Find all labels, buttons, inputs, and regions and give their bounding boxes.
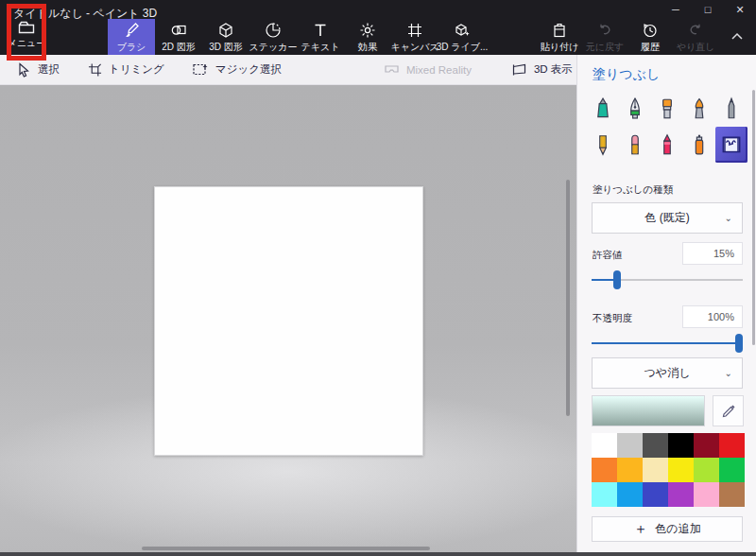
- redo-icon: [687, 22, 704, 39]
- select-cursor-icon: [17, 62, 31, 78]
- fill-panel: 塗りつぶし: [576, 55, 756, 552]
- tool-grid: [587, 91, 747, 163]
- maximize-button[interactable]: □: [692, 0, 724, 19]
- palette-swatch[interactable]: [617, 482, 643, 507]
- palette-swatch[interactable]: [592, 433, 617, 458]
- tolerance-slider-handle[interactable]: [613, 270, 621, 289]
- window-controls: ─ □ ✕: [660, 0, 756, 19]
- tab-brush[interactable]: ブラシ: [108, 19, 155, 55]
- palette-swatch[interactable]: [719, 458, 745, 482]
- tab-3d-library[interactable]: 3D ライブ...: [438, 19, 486, 55]
- tool-eraser[interactable]: [619, 127, 651, 163]
- eyedropper-button[interactable]: [713, 395, 744, 426]
- 3d-library-icon: [454, 22, 471, 39]
- palette-swatch[interactable]: [617, 433, 643, 458]
- ribbon-actions: 貼り付け 元に戻す 履歴 やり直し: [537, 19, 718, 55]
- tool-crayon[interactable]: [651, 127, 683, 163]
- select-tool-button[interactable]: 選択: [17, 62, 60, 78]
- palette-swatch[interactable]: [643, 433, 668, 458]
- tolerance-slider[interactable]: [592, 270, 743, 289]
- tab-stickers[interactable]: ステッカー: [249, 19, 297, 55]
- brush-icon: [123, 22, 140, 39]
- sticker-icon: [265, 22, 282, 39]
- fill-type-label: 塗りつぶしの種類: [593, 183, 673, 197]
- tool-marker[interactable]: [587, 91, 619, 127]
- tool-spray-can[interactable]: [683, 127, 715, 163]
- undo-button[interactable]: 元に戻す: [582, 19, 627, 55]
- opacity-value-input[interactable]: 100%: [682, 305, 743, 328]
- 3d-shapes-icon: [217, 22, 234, 39]
- palette-swatch[interactable]: [592, 458, 617, 482]
- current-color-preview: [592, 395, 705, 426]
- tab-2d-shapes[interactable]: 2D 図形: [155, 19, 202, 55]
- palette-swatch[interactable]: [668, 433, 694, 458]
- mixed-reality-button[interactable]: Mixed Reality: [384, 63, 472, 77]
- text-icon: [312, 22, 329, 39]
- tab-3d-shapes[interactable]: 3D 図形: [202, 19, 249, 55]
- palette-swatch[interactable]: [719, 433, 745, 458]
- tool-pencil[interactable]: [587, 127, 619, 163]
- eyedropper-icon: [721, 404, 736, 419]
- 3d-view-button[interactable]: 3D 表示: [511, 62, 573, 77]
- crop-tool-button[interactable]: トリミング: [88, 62, 164, 78]
- opacity-slider-handle[interactable]: [735, 334, 743, 353]
- workspace: [0, 85, 576, 556]
- menu-label: メニュー: [8, 37, 46, 50]
- tool-options-bar: 選択 トリミング マジック選択 Mixed Reality 3D 表示 — + …: [0, 55, 576, 85]
- collapse-ribbon-button[interactable]: [726, 26, 748, 45]
- palette-swatch[interactable]: [643, 458, 668, 482]
- close-button[interactable]: ✕: [724, 0, 756, 19]
- undo-icon: [596, 22, 613, 39]
- tab-canvas[interactable]: キャンバス: [391, 19, 438, 55]
- palette-swatch[interactable]: [694, 433, 719, 458]
- history-icon: [642, 22, 659, 39]
- paste-icon: [551, 22, 568, 39]
- palette-swatch[interactable]: [592, 482, 617, 507]
- title-and-ribbon-bar: タイトルなし - ペイント 3D ─ □ ✕ メニュー ブラシ 2D 図形 3: [0, 0, 756, 55]
- canvas-icon: [406, 22, 423, 39]
- tool-pixel-pen[interactable]: [715, 91, 747, 127]
- fill-type-dropdown[interactable]: 色 (既定) ⌄: [592, 202, 743, 234]
- chevron-down-icon: ⌄: [725, 213, 732, 223]
- finish-dropdown[interactable]: つや消し ⌄: [592, 357, 743, 389]
- window-bottom-edge: [0, 552, 756, 556]
- palette-swatch[interactable]: [643, 482, 668, 507]
- ribbon-tabs: ブラシ 2D 図形 3D 図形 ステッカー テキスト 効果: [108, 19, 486, 55]
- opacity-slider[interactable]: [592, 334, 743, 353]
- magic-select-button[interactable]: マジック選択: [193, 62, 282, 77]
- menu-button[interactable]: メニュー: [6, 15, 47, 55]
- horizontal-scrollbar[interactable]: [142, 547, 430, 550]
- history-button[interactable]: 履歴: [627, 19, 673, 55]
- palette-swatch[interactable]: [719, 482, 745, 507]
- panel-title: 塗りつぶし: [593, 66, 660, 83]
- vertical-scrollbar[interactable]: [566, 180, 570, 416]
- tool-fill[interactable]: [715, 127, 747, 163]
- tab-text[interactable]: テキスト: [297, 19, 344, 55]
- tolerance-value-input[interactable]: 15%: [682, 242, 743, 265]
- plus-icon: ＋: [633, 520, 647, 538]
- palette-swatch[interactable]: [694, 482, 719, 507]
- chevron-down-icon: ⌄: [725, 368, 732, 378]
- palette-swatch[interactable]: [668, 458, 694, 482]
- redo-button[interactable]: やり直し: [673, 19, 718, 55]
- paste-button[interactable]: 貼り付け: [537, 19, 582, 55]
- palette-swatch[interactable]: [694, 458, 719, 482]
- tab-effects[interactable]: 効果: [344, 19, 391, 55]
- minimize-button[interactable]: ─: [660, 0, 692, 19]
- 2d-shapes-icon: [170, 22, 187, 39]
- panel-scrollbar[interactable]: [752, 90, 755, 345]
- paint3d-window: タイトルなし - ペイント 3D ─ □ ✕ メニュー ブラシ 2D 図形 3: [0, 0, 756, 556]
- 3d-view-icon: [511, 63, 527, 77]
- palette-swatch[interactable]: [668, 482, 694, 507]
- tool-watercolor-brush[interactable]: [683, 91, 715, 127]
- tolerance-label: 許容値: [593, 249, 623, 262]
- effects-icon: [359, 22, 376, 39]
- drawing-canvas[interactable]: [154, 186, 423, 456]
- tool-oil-brush[interactable]: [651, 91, 683, 127]
- palette-swatch[interactable]: [617, 458, 643, 482]
- add-color-button[interactable]: ＋ 色の追加: [592, 516, 743, 542]
- tool-calligraphy-pen[interactable]: [619, 91, 651, 127]
- mixed-reality-icon: [384, 63, 400, 77]
- color-palette: [592, 433, 745, 507]
- opacity-label: 不透明度: [593, 312, 632, 325]
